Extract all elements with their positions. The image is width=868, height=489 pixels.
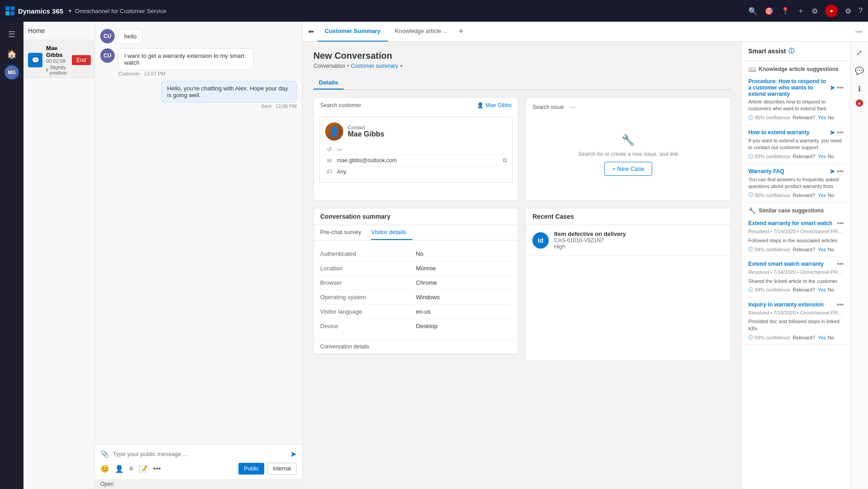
case-no-3[interactable]: No (828, 335, 834, 340)
location-icon[interactable]: 📍 (781, 7, 790, 15)
chat-input[interactable] (113, 448, 286, 460)
similar-section-label: 🔧 Similar case suggestions (742, 202, 850, 216)
tab-add-button[interactable]: + (455, 27, 467, 36)
yes-btn-1[interactable]: Yes (818, 115, 826, 120)
recent-cases-title: Recent Cases (532, 213, 574, 220)
sidebar-avatar[interactable]: MG (5, 65, 19, 80)
yes-btn-2[interactable]: Yes (818, 154, 826, 159)
article-send-icon-1[interactable]: ➤ (830, 84, 835, 91)
knowledge-section-label: 📖 Knowledge article suggestions (742, 61, 850, 75)
case-item-1[interactable]: Id Item defective on delivery CAS-01010-… (526, 225, 730, 256)
target-icon[interactable]: 🎯 (765, 7, 774, 15)
case-confidence-2: ⓘ 94% confidence (748, 287, 790, 293)
yes-btn-3[interactable]: Yes (818, 193, 826, 198)
case-yes-no-2: Yes No (818, 287, 834, 292)
minimize-button[interactable]: — (855, 28, 863, 36)
case-conf-icon-3: ⓘ (748, 334, 753, 341)
list-icon[interactable]: ≡ (129, 465, 133, 473)
conversation-summary-card: Conversation summary Pre-chat survey Vis… (313, 208, 518, 354)
agent-panel: Home 💬 Mae Gibbs 00:02:08 Slightly posit… (23, 22, 95, 489)
browser-row: Browser Chrome (320, 276, 512, 290)
conv-tab-visitor[interactable]: Visitor details (371, 225, 412, 240)
contact-label: Contact (348, 125, 384, 130)
article-title-3[interactable]: Warranty FAQ ➤ ••• (748, 168, 844, 175)
attachment-icon[interactable]: 📎 (100, 450, 109, 458)
case-yes-1[interactable]: Yes (818, 247, 826, 252)
rs-info-icon[interactable]: ℹ (852, 81, 867, 96)
contact-any-row: 🏷 Any (325, 166, 507, 177)
case-yes-3[interactable]: Yes (818, 335, 826, 340)
case-no-2[interactable]: No (828, 287, 834, 292)
article-title-1[interactable]: Procedure: How to respond to a customer … (748, 78, 844, 97)
recent-cases-header: Recent Cases (526, 208, 730, 225)
conv-summary-header: Conversation summary (314, 208, 518, 225)
smart-assist-panel: Smart assist ⓘ 📖 Knowledge article sugge… (742, 42, 850, 489)
help-icon[interactable]: ? (859, 7, 863, 15)
search-customer-header: Search customer 👤 Mae Gibbs (314, 98, 518, 113)
smart-assist-header: Smart assist ⓘ (742, 42, 850, 61)
app-dropdown-icon[interactable]: ▾ (69, 8, 71, 14)
filter-icon[interactable]: ⚙ (812, 7, 818, 15)
article-more-icon-2[interactable]: ••• (837, 129, 844, 136)
public-button[interactable]: Public (238, 463, 264, 475)
case-title-2[interactable]: Extend smart watch warranty ••• (748, 260, 844, 268)
case-confidence-1: ⓘ 94% confidence (748, 246, 790, 253)
article-more-icon-3[interactable]: ••• (837, 168, 844, 175)
case-no-1[interactable]: No (828, 247, 834, 252)
article-suggestion-2: How to extend warranty ➤ ••• If you want… (742, 125, 850, 164)
sidebar-home-icon[interactable]: 🏠 (3, 45, 21, 63)
case-yes-2[interactable]: Yes (818, 287, 826, 292)
breadcrumb-chevron: ▾ (400, 63, 403, 69)
sidebar-menu-icon[interactable]: ☰ (3, 25, 21, 43)
new-case-button[interactable]: + New Case (604, 162, 652, 176)
tab-customer-summary[interactable]: Customer Summary (317, 22, 388, 42)
home-icon[interactable]: Home (28, 27, 45, 34)
article-send-icon-3[interactable]: ➤ (830, 168, 835, 175)
content-main: New Conversation Conversation • Customer… (303, 42, 868, 489)
smart-assist-info-icon[interactable]: ⓘ (789, 47, 794, 55)
search-icon[interactable]: 🔍 (748, 7, 757, 15)
case-more-icon-2[interactable]: ••• (837, 260, 844, 268)
rs-expand-icon[interactable]: ⤢ (852, 45, 867, 60)
send-button[interactable]: ➤ (290, 449, 297, 459)
person-icon[interactable]: 👤 (115, 465, 124, 473)
agent-conversation-row[interactable]: 💬 Mae Gibbs 00:02:08 Slightly positive E… (23, 40, 94, 78)
no-btn-3[interactable]: No (828, 193, 834, 198)
article-more-icon-1[interactable]: ••• (837, 84, 844, 91)
user-avatar[interactable]: ● (825, 5, 838, 17)
book-icon: 📖 (748, 66, 756, 73)
chat-messages: CU hello CU I want to get a warranty ext… (95, 22, 302, 444)
case-more-icon-1[interactable]: ••• (837, 220, 844, 227)
rs-chat-icon[interactable]: 💬 (852, 63, 867, 78)
back-arrow[interactable]: ⬅ (308, 27, 314, 36)
device-row: Device Desktop (320, 319, 512, 333)
no-btn-1[interactable]: No (828, 115, 834, 120)
detail-tab-details[interactable]: Details (313, 76, 344, 89)
add-icon[interactable]: ＋ (797, 6, 804, 16)
case-desc-2: Shared the linked article to the custome… (748, 278, 844, 285)
customer-link[interactable]: 👤 Mae Gibbs (477, 102, 512, 108)
article-meta-2: ⓘ 93% confidence Relevant? Yes No (748, 153, 844, 160)
tab-knowledge-article[interactable]: Knowledge article ... (388, 22, 455, 42)
more-icon[interactable]: ••• (153, 465, 161, 473)
note-icon[interactable]: 📝 (139, 465, 148, 473)
case-more-icon-3[interactable]: ••• (837, 301, 844, 308)
article-title-2[interactable]: How to extend warranty ➤ ••• (748, 129, 844, 136)
case-title-3[interactable]: Inquiry in warranty extension ••• (748, 301, 844, 308)
settings-icon[interactable]: ⚙ (845, 7, 851, 15)
end-button[interactable]: End (72, 55, 90, 65)
yes-no-2: Yes No (818, 154, 834, 159)
no-btn-2[interactable]: No (828, 154, 834, 159)
email-copy-icon[interactable]: ⧉ (503, 157, 507, 164)
case-title-1[interactable]: Extend warranty for smart watch ••• (748, 220, 844, 227)
app-grid-icon[interactable] (5, 6, 14, 15)
conv-details-link[interactable]: Conversation details (314, 339, 518, 353)
conv-tab-prechat[interactable]: Pre-chat survey (320, 225, 368, 240)
emoji-icon[interactable]: 😊 (100, 465, 109, 473)
page-header: New Conversation Conversation • Customer… (313, 51, 731, 69)
conv-summary-title: Conversation summary (320, 213, 391, 220)
article-send-icon-2[interactable]: ➤ (830, 129, 835, 136)
contact-card: Contact Mae Gibbs ↺ --- ✉ mae.gibbs@outl… (319, 117, 513, 183)
left-sidebar: ☰ 🏠 MG (0, 22, 23, 489)
internal-button[interactable]: Internal (267, 463, 297, 475)
